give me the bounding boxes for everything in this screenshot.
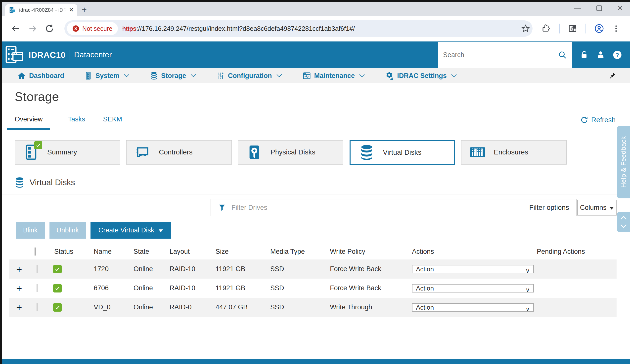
virtual-disks-icon <box>15 177 24 188</box>
expand-row-button[interactable]: + <box>9 302 29 312</box>
expand-row-button[interactable]: + <box>9 283 29 293</box>
maintenance-icon <box>303 72 311 80</box>
lock-icon[interactable] <box>580 50 589 59</box>
vd-name: 6706 <box>89 284 128 292</box>
caret-down-icon <box>609 207 614 209</box>
svg-text:?: ? <box>616 52 619 58</box>
new-tab-button[interactable]: + <box>82 5 87 14</box>
blink-button[interactable]: Blink <box>16 222 45 239</box>
browser-tab[interactable]: idrac-4R00Z84 - iDRAC10 - Stor ✕ <box>5 4 77 16</box>
vd-size: 11921 GB <box>210 284 265 292</box>
vd-write-policy: Force Write Back <box>325 265 407 273</box>
col-layout: Layout <box>164 248 210 255</box>
tab-sekm[interactable]: SEKM <box>103 114 122 130</box>
vd-state: Online <box>128 284 164 292</box>
help-feedback-tab[interactable]: Help & Feedback <box>617 126 630 198</box>
nav-system[interactable]: System <box>84 72 130 80</box>
vd-media-type: SSD <box>265 284 325 292</box>
status-ok-icon <box>53 284 62 293</box>
row-checkbox[interactable] <box>36 284 38 292</box>
reload-button[interactable] <box>42 21 57 36</box>
configuration-icon <box>217 72 224 80</box>
user-icon[interactable] <box>596 50 605 59</box>
nav-dashboard[interactable]: Dashboard <box>18 72 64 80</box>
menu-kebab-icon[interactable] <box>608 21 624 36</box>
table-row: + VD_0 Online RAID-0 447.07 GB SSD Write… <box>9 298 616 317</box>
unblink-button[interactable]: Unblink <box>50 222 86 239</box>
summary-status-check-icon <box>34 141 42 149</box>
close-window-button[interactable]: ✕ <box>617 5 623 12</box>
vd-layout: RAID-10 <box>164 265 210 273</box>
col-pending-actions: Pending Actions <box>529 248 616 255</box>
col-actions: Actions <box>407 248 529 255</box>
back-button[interactable] <box>8 21 23 36</box>
chevron-down-icon <box>359 73 365 78</box>
vd-media-type: SSD <box>265 303 325 311</box>
profile-icon[interactable] <box>592 21 607 36</box>
filter-options-link[interactable]: Filter options <box>529 204 569 211</box>
vd-layout: RAID-10 <box>164 284 210 292</box>
tab-tasks[interactable]: Tasks <box>68 114 85 130</box>
main-navigation: Dashboard System Storage Configuration M… <box>2 68 630 83</box>
vd-state: Online <box>128 303 164 311</box>
help-icon[interactable]: ? <box>612 50 622 60</box>
nav-maintenance[interactable]: Maintenance <box>303 72 366 80</box>
nav-configuration[interactable]: Configuration <box>217 72 282 80</box>
global-search[interactable] <box>438 42 572 68</box>
scroll-down-button[interactable] <box>620 223 627 229</box>
row-checkbox[interactable] <box>36 265 38 273</box>
col-status: Status <box>45 248 89 255</box>
maximize-button[interactable] <box>596 5 602 11</box>
filter-drives-input[interactable] <box>232 204 524 211</box>
pin-icon[interactable] <box>608 72 616 79</box>
row-checkbox[interactable] <box>36 303 38 311</box>
idrac-header: iDRAC10 Datacenter ? <box>2 41 630 68</box>
toolbar-separator <box>586 23 586 33</box>
col-write-policy: Write Policy <box>325 248 407 255</box>
product-name: iDRAC10 <box>28 50 66 60</box>
physical-disks-icon <box>248 145 261 160</box>
columns-button[interactable]: Columns <box>577 200 616 215</box>
tab-title: idrac-4R00Z84 - iDRAC10 - Stor <box>19 7 66 13</box>
minimize-button[interactable]: — <box>574 5 581 12</box>
browser-toolbar: Not secure https://176.16.249.247/restgu… <box>2 16 630 41</box>
forward-button[interactable] <box>25 21 40 36</box>
action-select[interactable]: Action <box>412 265 534 273</box>
enclosures-icon <box>470 146 486 158</box>
card-enclosures[interactable]: Enclosures <box>461 140 566 165</box>
page-title: Storage <box>15 90 630 104</box>
refresh-button[interactable]: Refresh <box>580 116 616 124</box>
vd-state: Online <box>128 265 164 273</box>
action-select[interactable]: Action <box>412 284 534 293</box>
close-tab-icon[interactable]: ✕ <box>69 6 74 13</box>
home-icon <box>18 72 26 80</box>
scroll-up-button[interactable] <box>620 215 627 220</box>
system-icon <box>84 72 92 80</box>
scroll-buttons <box>617 212 630 232</box>
bookmark-star-icon[interactable] <box>521 24 530 33</box>
tab-overview[interactable]: Overview <box>7 114 50 130</box>
filter-drives-box[interactable]: Filter options <box>210 199 576 216</box>
virtual-disks-table: Status Name State Layout Size Media Type… <box>9 244 616 317</box>
card-virtual-disks[interactable]: Virtual Disks <box>350 140 455 165</box>
header-checkbox[interactable] <box>34 247 36 256</box>
nav-idrac-settings[interactable]: iDRAC Settings <box>386 72 457 80</box>
extensions-icon[interactable] <box>538 21 554 36</box>
search-icon[interactable] <box>558 50 567 59</box>
section-divider <box>2 194 630 194</box>
vd-size: 447.07 GB <box>210 303 265 311</box>
side-panel-icon[interactable] <box>565 21 580 36</box>
create-virtual-disk-button[interactable]: Create Virtual Disk <box>90 222 171 239</box>
status-ok-icon <box>53 265 62 273</box>
card-physical-disks[interactable]: Physical Disks <box>238 140 343 165</box>
action-select[interactable]: Action <box>412 303 534 312</box>
card-summary[interactable]: Summary <box>15 140 120 165</box>
expand-row-button[interactable]: + <box>9 264 29 274</box>
idrac-favicon <box>9 6 16 14</box>
card-controllers[interactable]: Controllers <box>126 140 232 165</box>
col-size: Size <box>210 248 265 255</box>
search-input[interactable] <box>443 51 558 59</box>
nav-storage[interactable]: Storage <box>150 72 197 80</box>
address-bar[interactable]: Not secure https://176.16.249.247/restgu… <box>64 20 532 37</box>
not-secure-chip[interactable]: Not secure <box>67 22 118 35</box>
